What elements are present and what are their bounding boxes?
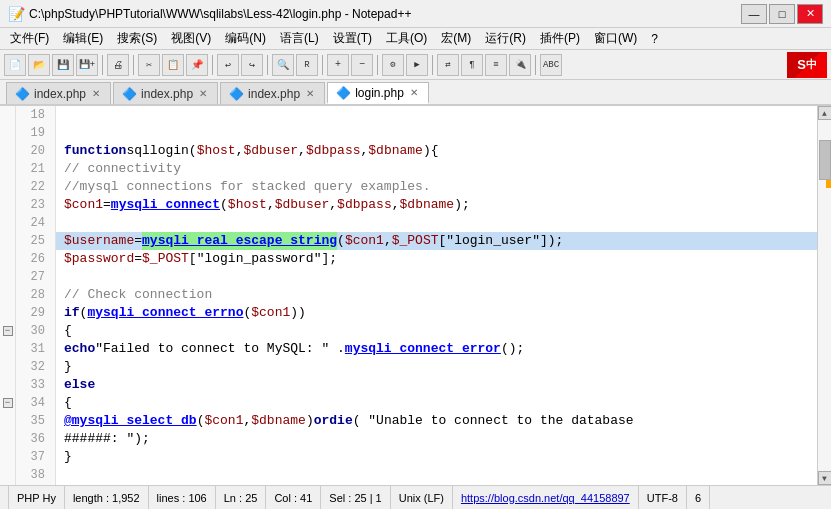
- paste-button[interactable]: 📌: [186, 54, 208, 76]
- menu-item-l[interactable]: 语言(L): [274, 28, 325, 49]
- line-num-34: 34: [16, 394, 51, 412]
- code-line-28: // Check connection: [56, 286, 817, 304]
- scroll-track[interactable]: [818, 120, 832, 471]
- wrap-button[interactable]: ¶: [461, 54, 483, 76]
- token: $dbuser: [243, 142, 298, 160]
- line-num-21: 21: [16, 160, 51, 178]
- tab-index-2[interactable]: 🔷 index.php ✕: [113, 82, 218, 104]
- status-link[interactable]: https://blog.csdn.net/qq_44158897: [453, 486, 639, 509]
- new-button[interactable]: 📄: [4, 54, 26, 76]
- token: ,: [392, 196, 400, 214]
- token: $con1: [251, 304, 290, 322]
- code-line-26: $password = $_POST["login_password"];: [56, 250, 817, 268]
- fold-margin-19: [0, 124, 15, 142]
- code-line-34: {: [56, 394, 817, 412]
- menu-item-f[interactable]: 文件(F): [4, 28, 55, 49]
- open-button[interactable]: 📂: [28, 54, 50, 76]
- close-button[interactable]: ✕: [797, 4, 823, 24]
- token: function: [64, 142, 126, 160]
- token: ( "Unable to connect to the database: [353, 412, 634, 430]
- tab-label-login: login.php: [355, 86, 404, 100]
- token: =: [103, 196, 111, 214]
- token: ,: [329, 196, 337, 214]
- menu-item-[interactable]: ?: [645, 30, 664, 48]
- menu-item-r[interactable]: 运行(R): [479, 28, 532, 49]
- line-num-18: 18: [16, 106, 51, 124]
- copy-button[interactable]: 📋: [162, 54, 184, 76]
- menu-item-o[interactable]: 工具(O): [380, 28, 433, 49]
- fold-box-30[interactable]: −: [3, 326, 13, 336]
- token: $con1: [345, 232, 384, 250]
- menu-item-w[interactable]: 窗口(W): [588, 28, 643, 49]
- save-button[interactable]: 💾: [52, 54, 74, 76]
- code-line-35: @mysqli_select_db($con1, $dbname) or die…: [56, 412, 817, 430]
- line-num-35: 35: [16, 412, 51, 430]
- code-line-22: //mysql connections for stacked query ex…: [56, 178, 817, 196]
- print-button[interactable]: 🖨: [107, 54, 129, 76]
- maximize-button[interactable]: □: [769, 4, 795, 24]
- code-area[interactable]: function sqllogin($host,$dbuser,$dbpass,…: [56, 106, 817, 485]
- status-lines: lines : 106: [149, 486, 216, 509]
- fold-margin-33: [0, 376, 15, 394]
- line-numbers: 1819202122232425262728293031323334353637…: [16, 106, 56, 485]
- sync-button[interactable]: ⇄: [437, 54, 459, 76]
- scroll-up-button[interactable]: ▲: [818, 106, 832, 120]
- redo-button[interactable]: ↪: [241, 54, 263, 76]
- line-num-20: 20: [16, 142, 51, 160]
- line-num-29: 29: [16, 304, 51, 322]
- abc-button[interactable]: ABC: [540, 54, 562, 76]
- fold-margin-36: [0, 430, 15, 448]
- token: ,: [267, 196, 275, 214]
- tab-close-3[interactable]: ✕: [304, 88, 316, 100]
- menu-item-t[interactable]: 设置(T): [327, 28, 378, 49]
- fold-margin-29: [0, 304, 15, 322]
- tabs-bar: 🔷 index.php ✕ 🔷 index.php ✕ 🔷 index.php …: [0, 80, 831, 106]
- scroll-highlight: [826, 180, 832, 188]
- line-num-22: 22: [16, 178, 51, 196]
- token: ,: [236, 142, 244, 160]
- fold-box-34[interactable]: −: [3, 398, 13, 408]
- token: echo: [64, 340, 95, 358]
- line-num-25: 25: [16, 232, 51, 250]
- menu-item-v[interactable]: 视图(V): [165, 28, 217, 49]
- plugin-button[interactable]: 🔌: [509, 54, 531, 76]
- zoom-in-button[interactable]: +: [327, 54, 349, 76]
- token: $dbname: [251, 412, 306, 430]
- token: @mysqli_select_db: [64, 412, 197, 430]
- token: {: [64, 394, 72, 412]
- zoom-out-button[interactable]: −: [351, 54, 373, 76]
- tab-index-1[interactable]: 🔷 index.php ✕: [6, 82, 111, 104]
- code-line-24: [56, 214, 817, 232]
- status-length: length : 1,952: [65, 486, 149, 509]
- scroll-thumb[interactable]: [819, 140, 831, 180]
- scroll-down-button[interactable]: ▼: [818, 471, 832, 485]
- save-all-button[interactable]: 💾+: [76, 54, 98, 76]
- indent-button[interactable]: ≡: [485, 54, 507, 76]
- token: {: [64, 322, 72, 340]
- tab-close-1[interactable]: ✕: [90, 88, 102, 100]
- code-line-32: }: [56, 358, 817, 376]
- macro-button[interactable]: ⚙: [382, 54, 404, 76]
- fold-margin-38: [0, 466, 15, 484]
- toolbar-sep5: [322, 55, 323, 75]
- cut-button[interactable]: ✂: [138, 54, 160, 76]
- vertical-scrollbar[interactable]: ▲ ▼: [817, 106, 831, 485]
- menu-item-s[interactable]: 搜索(S): [111, 28, 163, 49]
- menu-item-m[interactable]: 宏(M): [435, 28, 477, 49]
- undo-button[interactable]: ↩: [217, 54, 239, 76]
- minimize-button[interactable]: —: [741, 4, 767, 24]
- tab-close-login[interactable]: ✕: [408, 87, 420, 99]
- tab-login[interactable]: 🔷 login.php ✕: [327, 82, 429, 104]
- token: ){: [423, 142, 439, 160]
- replace-button[interactable]: R: [296, 54, 318, 76]
- menu-item-p[interactable]: 插件(P): [534, 28, 586, 49]
- token: ["login_password"];: [189, 250, 337, 268]
- run-button[interactable]: ▶: [406, 54, 428, 76]
- tab-close-2[interactable]: ✕: [197, 88, 209, 100]
- menu-item-n[interactable]: 编码(N): [219, 28, 272, 49]
- find-button[interactable]: 🔍: [272, 54, 294, 76]
- token: (: [243, 304, 251, 322]
- menu-item-e[interactable]: 编辑(E): [57, 28, 109, 49]
- tab-index-3[interactable]: 🔷 index.php ✕: [220, 82, 325, 104]
- tab-label-1: index.php: [34, 87, 86, 101]
